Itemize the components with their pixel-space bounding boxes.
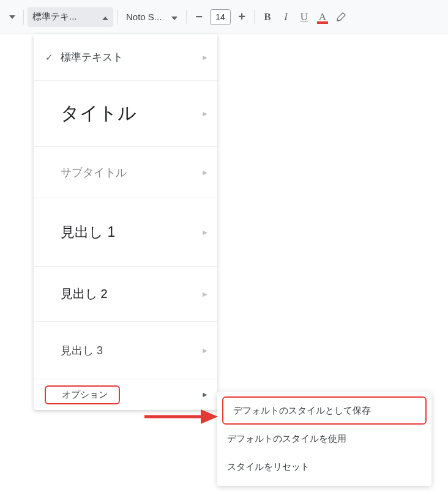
style-label: サブタイトル bbox=[56, 165, 201, 180]
style-item-heading-2[interactable]: 見出し 2 ► bbox=[34, 267, 217, 322]
options-label-highlighted: オプション bbox=[45, 385, 120, 404]
style-label: 標準テキスト bbox=[56, 50, 201, 64]
font-family-dropdown[interactable]: Noto S... bbox=[121, 7, 182, 27]
divider bbox=[186, 10, 187, 24]
caret-down-icon bbox=[171, 12, 177, 23]
more-dropdown[interactable] bbox=[5, 9, 20, 26]
chevron-right-icon: ► bbox=[201, 228, 209, 237]
submenu-label: スタイルをリセット bbox=[227, 461, 310, 473]
chevron-right-icon: ► bbox=[201, 110, 209, 118]
caret-up-icon bbox=[102, 12, 108, 23]
text-styles-menu: ✓ 標準テキスト ► タイトル ► サブタイトル ► 見出し 1 ► 見出し 2… bbox=[34, 34, 217, 410]
font-size-input[interactable] bbox=[210, 9, 231, 25]
font-size-group: − + bbox=[190, 9, 250, 26]
style-label: タイトル bbox=[56, 101, 201, 126]
underline-button[interactable]: U bbox=[295, 8, 313, 26]
italic-button[interactable]: I bbox=[277, 8, 295, 26]
submenu-use-default-style[interactable]: デフォルトのスタイルを使用 bbox=[217, 425, 431, 453]
submenu-label: デフォルトのスタイルを使用 bbox=[227, 433, 346, 445]
check-icon: ✓ bbox=[42, 52, 56, 63]
style-item-title[interactable]: タイトル ► bbox=[34, 81, 217, 147]
chevron-right-icon: ► bbox=[201, 346, 209, 355]
divider bbox=[23, 10, 24, 24]
toolbar: 標準テキ... Noto S... − + B I U A bbox=[0, 0, 448, 34]
svg-marker-1 bbox=[201, 409, 218, 424]
submenu-save-default-style[interactable]: デフォルトのスタイルとして保存 bbox=[222, 396, 427, 425]
highlight-button[interactable] bbox=[332, 8, 350, 26]
text-style-dropdown[interactable]: 標準テキ... bbox=[28, 7, 113, 27]
options-submenu: デフォルトのスタイルとして保存 デフォルトのスタイルを使用 スタイルをリセット bbox=[217, 392, 431, 486]
style-label: 見出し 2 bbox=[56, 286, 201, 302]
divider bbox=[117, 10, 118, 24]
annotation-arrow-icon bbox=[142, 407, 218, 426]
submenu-reset-style[interactable]: スタイルをリセット bbox=[217, 453, 431, 481]
chevron-right-icon: ► bbox=[201, 390, 209, 399]
chevron-right-icon: ► bbox=[201, 53, 209, 62]
divider bbox=[254, 10, 255, 24]
text-color-swatch bbox=[317, 21, 328, 24]
chevron-right-icon: ► bbox=[201, 290, 209, 299]
style-label: 見出し 3 bbox=[56, 343, 201, 358]
style-item-heading-1[interactable]: 見出し 1 ► bbox=[34, 198, 217, 267]
decrease-font-size-button[interactable]: − bbox=[190, 9, 207, 26]
font-family-label: Noto S... bbox=[126, 12, 162, 22]
submenu-label: デフォルトのスタイルとして保存 bbox=[233, 405, 371, 417]
style-item-options[interactable]: オプション ► bbox=[34, 379, 217, 410]
text-color-button[interactable]: A bbox=[313, 8, 332, 26]
style-item-heading-3[interactable]: 見出し 3 ► bbox=[34, 322, 217, 379]
increase-font-size-button[interactable]: + bbox=[233, 9, 250, 26]
style-item-normal-text[interactable]: ✓ 標準テキスト ► bbox=[34, 34, 217, 81]
style-item-subtitle[interactable]: サブタイトル ► bbox=[34, 147, 217, 198]
chevron-right-icon: ► bbox=[201, 168, 209, 177]
text-style-label: 標準テキ... bbox=[32, 11, 77, 23]
style-label: 見出し 1 bbox=[56, 223, 201, 242]
bold-button[interactable]: B bbox=[258, 8, 277, 26]
